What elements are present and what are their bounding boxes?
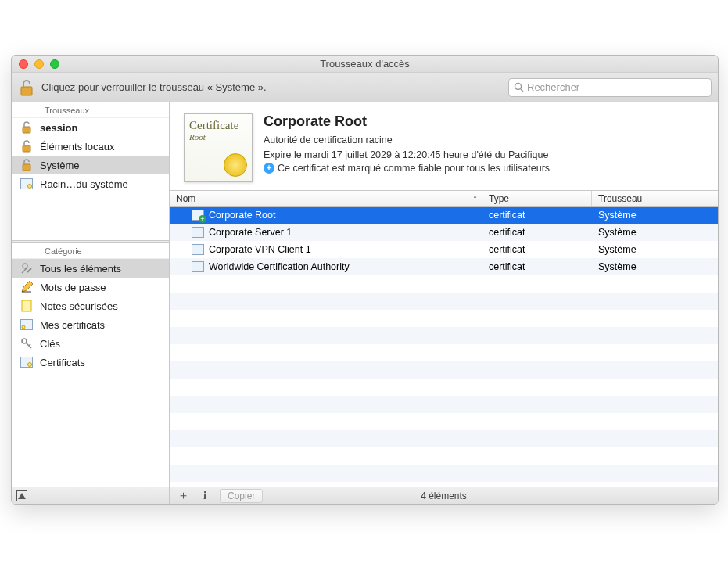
toggle-sidebar-button[interactable] [16,490,27,501]
traffic-lights [12,59,59,69]
row-name: Corporate Server 1 [209,227,292,238]
svg-point-1 [515,84,522,90]
copy-button[interactable]: Copier [220,489,263,503]
sidebar-category-notes[interactable]: Notes sécurisées [12,296,169,315]
certificate-row-icon [192,227,204,238]
sidebar-item-label: Éléments locaux [40,141,114,153]
detail-pane: Certificate Root Corporate Root Autorité… [170,102,718,191]
detail-trust-line: + Ce certificat est marqué comme fiable … [264,163,707,174]
detail-info: Corporate Root Autorité de certification… [264,113,707,182]
trust-plus-icon: + [264,163,274,174]
sidebar-item-label: Clés [40,338,60,350]
sidebar-category-certs[interactable]: Certificats [12,353,169,372]
main-area: Trousseaux session Éléments locaux Systè… [12,102,718,504]
col-label: Type [489,193,509,204]
row-keychain: Système [598,227,637,238]
col-header-type[interactable]: Type [482,191,592,206]
row-type: certificat [489,261,525,272]
seal-icon [224,153,247,177]
certificate-table: Nom ˄ Type Trousseau Co [170,191,718,487]
svg-rect-5 [23,164,30,171]
content: Certificate Root Corporate Root Autorité… [170,102,718,504]
row-name: Corporate Root [209,210,275,221]
thumb-word1: Certificate [189,119,247,132]
sidebar-item-label: session [40,122,77,134]
sidebar-item-label: Système [40,160,80,171]
certificate-thumbnail: Certificate Root [184,113,253,182]
row-keychain: Système [598,244,637,255]
sidebar-header-keychains: Trousseaux [12,102,169,118]
sidebar-bottom-bar [12,487,169,504]
svg-rect-0 [21,87,32,95]
certificate-icon [20,178,34,189]
detail-trust-text: Ce certificat est marqué comme fiable po… [278,163,550,174]
statusbar: ＋ i Copier 4 éléments [170,487,718,504]
row-keychain: Système [598,210,637,221]
sidebar: Trousseaux session Éléments locaux Systè… [12,102,170,504]
col-header-name[interactable]: Nom ˄ [170,191,482,206]
pencil-icon [20,281,34,293]
certificate-row-icon [192,244,204,255]
svg-point-11 [22,325,25,329]
sidebar-item-label: Mots de passe [40,282,106,293]
svg-marker-15 [18,493,26,499]
row-type: certificat [489,210,525,221]
table-row[interactable]: Corporate VPN Client 1 certificat Systèm… [170,241,718,258]
detail-title: Corporate Root [264,113,707,130]
row-type: certificat [489,227,525,238]
sidebar-item-label: Mes certificats [40,319,105,331]
maximize-button[interactable] [50,59,59,69]
search-input[interactable] [527,81,706,93]
toolbar: Cliquez pour verrouiller le trousseau « … [12,73,718,102]
close-button[interactable] [19,59,28,69]
sidebar-category-all[interactable]: Tous les éléments [12,259,169,278]
table-body[interactable]: Corporate Root certificat Système Corpor… [170,207,718,487]
my-certificates-icon [20,319,34,330]
sidebar-category-passwords[interactable]: Mots de passe [12,278,169,296]
search-icon [514,82,524,92]
svg-point-7 [28,185,32,189]
detail-expiry: Expire le mardi 17 juillet 2029 à 12:20:… [264,148,707,163]
info-button[interactable]: i [196,489,213,503]
lock-icon[interactable] [18,77,35,98]
window-title: Trousseaux d'accès [12,58,718,70]
col-label: Nom [176,193,195,204]
table-header: Nom ˄ Type Trousseau [170,191,718,207]
unlock-icon [20,121,34,134]
svg-rect-9 [22,300,31,311]
add-button[interactable]: ＋ [174,489,192,503]
sidebar-header-category: Catégorie [12,243,169,259]
row-type: certificat [489,244,525,255]
sidebar-item-label: Certificats [40,357,85,368]
note-icon [20,300,34,312]
certificate-row-icon [192,261,204,272]
unlock-icon [20,140,34,153]
sidebar-item-session[interactable]: session [12,118,169,137]
col-header-keychain[interactable]: Trousseau [592,191,718,206]
keychain-window: Trousseaux d'accès Cliquez pour verrouil… [11,55,719,505]
row-name: Worldwide Certification Authority [209,261,350,272]
titlebar: Trousseaux d'accès [12,56,718,73]
row-keychain: Système [598,261,637,272]
sidebar-item-system[interactable]: Système [12,156,169,174]
svg-line-2 [521,89,524,92]
unlock-icon [20,159,34,171]
minimize-button[interactable] [34,59,44,69]
certificate-row-icon [192,210,204,221]
sidebar-item-label: Notes sécurisées [40,300,118,312]
key-icon [20,337,34,350]
table-row[interactable]: Corporate Server 1 certificat Système [170,224,718,241]
thumb-word2: Root [189,132,247,142]
svg-rect-3 [23,127,30,133]
svg-rect-4 [23,145,30,152]
sidebar-category-mycerts[interactable]: Mes certificats [12,315,169,334]
sidebar-item-local[interactable]: Éléments locaux [12,137,169,156]
col-label: Trousseau [598,193,642,204]
search-field[interactable] [508,78,712,97]
table-row[interactable]: Worldwide Certification Authority certif… [170,258,718,275]
table-row[interactable]: Corporate Root certificat Système [170,207,718,224]
sidebar-category-keys[interactable]: Clés [12,334,169,353]
sidebar-item-system-roots[interactable]: Racin…du système [12,174,169,193]
lock-hint-text: Cliquez pour verrouiller le trousseau « … [41,81,502,93]
detail-subtitle: Autorité de certification racine [264,133,707,148]
